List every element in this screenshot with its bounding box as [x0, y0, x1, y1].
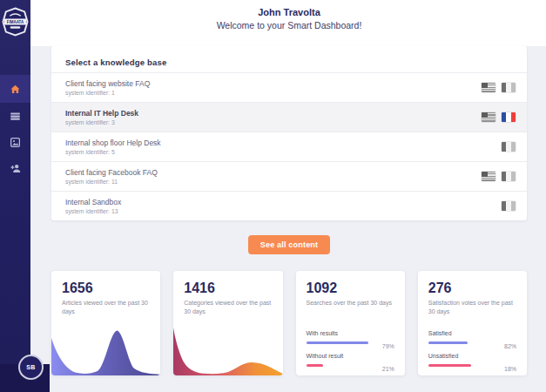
bar-group-unsatisfied: Unsatisfied 18% [428, 352, 516, 369]
brand-logo[interactable]: FIMAATA [0, 0, 30, 40]
knowledge-base-row-text: Client facing website FAQ system identif… [65, 79, 482, 97]
france-flag-icon [502, 172, 516, 181]
knowledge-base-card: Select a knowledge base Client facing we… [51, 46, 527, 220]
bar-percent: 18% [495, 366, 516, 372]
knowledge-base-row-text: Client facing Facebook FAQ system identi… [65, 168, 482, 186]
home-icon [10, 84, 20, 94]
knowledge-base-row[interactable]: Client facing Facebook FAQ system identi… [51, 161, 527, 191]
knowledge-base-row[interactable]: Client facing website FAQ system identif… [51, 72, 527, 102]
see-all-content-button[interactable]: See all content [248, 235, 331, 254]
language-flags [482, 112, 516, 122]
france-flag-icon [502, 83, 516, 92]
progress-bar [428, 364, 495, 367]
svg-text:FIMAATA: FIMAATA [7, 20, 24, 24]
stat-value: 1416 [173, 271, 282, 296]
stat-card-satisfaction: 276 Satisfaction votes over the past 30 … [418, 271, 527, 375]
language-flags [482, 83, 516, 92]
stat-card-categories: 1416 Categories viewed over the past 30 … [173, 271, 282, 375]
stat-label: Articles viewed over the past 30 days [51, 296, 160, 315]
bar-group-satisfied: Satisfied 82% [428, 329, 516, 347]
knowledge-base-row-text: Internal IT Help Desk system identifier:… [65, 109, 482, 126]
bar-group-with-results: With results 79% [307, 329, 394, 347]
welcome-subtitle: Welcome to your Smart Dashboard! [51, 20, 527, 30]
bar-percent: 21% [374, 366, 394, 372]
bar-label: Without result [307, 352, 394, 360]
bar-percent: 79% [374, 343, 394, 349]
progress-bar [307, 364, 374, 367]
france-flag-icon [502, 201, 516, 211]
stat-value: 276 [418, 271, 527, 296]
knowledge-base-identifier: system identifier: 5 [65, 148, 502, 156]
knowledge-base-row[interactable]: Internal shop floor Help Desk system ide… [51, 132, 527, 161]
language-flags [502, 201, 516, 211]
stat-card-articles: 1656 Articles viewed over the past 30 da… [51, 271, 160, 375]
knowledge-base-row-text: Internal Sandbox system identifier: 13 [65, 198, 502, 215]
knowledge-base-title: Internal shop floor Help Desk [65, 139, 502, 147]
knowledge-base-card-title: Select a knowledge base [51, 46, 527, 72]
articles-area-chart [51, 325, 160, 375]
knowledge-base-row-text: Internal shop floor Help Desk system ide… [65, 139, 502, 156]
language-flags [482, 172, 516, 181]
knowledge-base-row[interactable]: Internal IT Help Desk system identifier:… [51, 102, 527, 132]
france-flag-icon [502, 142, 516, 152]
bar-group-without-result: Without result 21% [307, 352, 394, 369]
sidebar-item-media[interactable] [0, 129, 30, 155]
stat-label: Satisfaction votes over the past 30 days [418, 296, 527, 315]
stat-label: Searches over the past 30 days [296, 296, 405, 308]
categories-area-chart [173, 325, 282, 375]
user-add-icon [10, 164, 21, 173]
searches-bars: With results 79% Without result 21% [307, 324, 394, 369]
knowledge-base-title: Client facing website FAQ [65, 79, 482, 88]
knowledge-base-title: Internal Sandbox [65, 198, 502, 206]
sidebar-item-users[interactable] [0, 155, 30, 181]
knowledge-base-title: Client facing Facebook FAQ [65, 168, 482, 177]
knowledge-base-row[interactable]: Internal Sandbox system identifier: 13 [51, 191, 527, 220]
us-flag-icon [482, 112, 495, 122]
us-flag-icon [482, 83, 495, 92]
bar-label: Satisfied [428, 329, 516, 337]
stat-card-searches: 1092 Searches over the past 30 days With… [296, 271, 405, 375]
sidebar-footer: SB [0, 364, 50, 392]
knowledge-base-identifier: system identifier: 3 [65, 118, 482, 126]
knowledge-base-identifier: system identifier: 11 [65, 178, 482, 186]
knowledge-base-title: Internal IT Help Desk [65, 109, 482, 118]
bar-label: Unsatisfied [428, 352, 516, 360]
france-flag-icon [502, 112, 516, 122]
knowledge-base-identifier: system identifier: 13 [65, 207, 502, 215]
us-flag-icon [482, 172, 495, 181]
stats-row: 1656 Articles viewed over the past 30 da… [51, 271, 527, 375]
stat-value: 1656 [51, 271, 160, 296]
image-icon [10, 138, 20, 147]
sidebar-item-home[interactable] [0, 75, 30, 103]
sidebar-item-knowledge-list[interactable] [0, 103, 30, 129]
language-flags [502, 142, 516, 152]
knowledge-base-identifier: system identifier: 1 [65, 89, 482, 97]
user-avatar[interactable]: SB [18, 355, 44, 380]
list-icon [10, 112, 20, 120]
progress-bar [307, 341, 374, 344]
sidebar-nav [0, 75, 30, 181]
satisfaction-bars: Satisfied 82% Unsatisfied 18% [428, 324, 516, 369]
bar-percent: 82% [495, 343, 516, 349]
main-content: John Travolta Welcome to your Smart Dash… [30, 0, 546, 375]
progress-bar [428, 341, 495, 344]
brand-badge-icon: FIMAATA [2, 7, 29, 37]
sidebar: FIMAATA [0, 0, 30, 392]
stat-label: Categories viewed over the past 30 days [173, 296, 282, 315]
bar-label: With results [307, 329, 394, 337]
dashboard-page: FIMAATA [0, 0, 546, 392]
user-name-heading: John Travolta [51, 7, 527, 17]
stat-value: 1092 [296, 271, 405, 296]
